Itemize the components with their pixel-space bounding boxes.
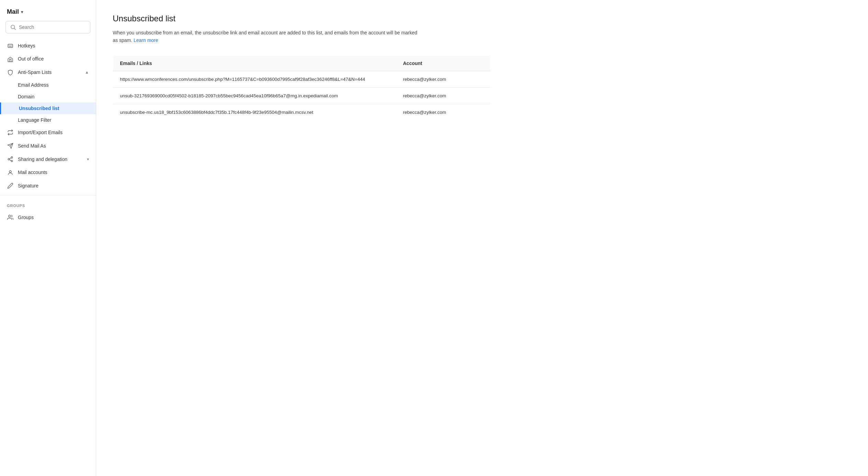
sidebar-item-send-mail-as[interactable]: Send Mail As bbox=[0, 139, 96, 152]
table-cell-account: rebecca@zylker.com bbox=[396, 71, 491, 87]
unsubscribed-list-table: Emails / Links Account https://www.wmcon… bbox=[113, 55, 491, 121]
page-description-text: When you unsubscribe from an email, the … bbox=[113, 30, 417, 43]
sharing-icon bbox=[7, 156, 14, 162]
sidebar-item-mail-accounts[interactable]: Mail accounts bbox=[0, 166, 96, 179]
svg-point-15 bbox=[9, 215, 11, 217]
sidebar-divider bbox=[0, 195, 96, 195]
svg-line-1 bbox=[14, 29, 15, 30]
table-header-row: Emails / Links Account bbox=[113, 55, 491, 71]
table-row: https://www.wmconferences.com/unsubscrib… bbox=[113, 71, 491, 87]
table-row: unsubscribe-mc.us18_9bf153c6063886bf4ddc… bbox=[113, 104, 491, 120]
sidebar-item-out-of-office[interactable]: Out of office bbox=[0, 52, 96, 66]
sharing-expand-icon: ▾ bbox=[87, 157, 89, 162]
table-cell-account: rebecca@zylker.com bbox=[396, 104, 491, 120]
sidebar-item-send-mail-as-label: Send Mail As bbox=[18, 143, 46, 149]
svg-point-0 bbox=[11, 25, 15, 29]
sidebar-item-sharing-delegation-label: Sharing and delegation bbox=[18, 156, 67, 162]
table-body: https://www.wmconferences.com/unsubscrib… bbox=[113, 71, 491, 120]
table-cell-email: unsubscribe-mc.us18_9bf153c6063886bf4ddc… bbox=[113, 104, 396, 120]
anti-spam-expand-icon: ▲ bbox=[85, 70, 89, 75]
table-cell-email: https://www.wmconferences.com/unsubscrib… bbox=[113, 71, 396, 87]
mail-accounts-icon bbox=[7, 169, 14, 176]
svg-point-14 bbox=[9, 171, 11, 173]
sidebar-item-language-filter-label: Language Filter bbox=[18, 117, 51, 123]
sidebar-item-signature-label: Signature bbox=[18, 183, 38, 188]
anti-spam-icon bbox=[7, 69, 14, 76]
out-of-office-icon bbox=[7, 56, 14, 62]
groups-icon bbox=[7, 214, 14, 220]
sidebar-item-mail-accounts-label: Mail accounts bbox=[18, 170, 47, 175]
signature-icon bbox=[7, 183, 14, 189]
sidebar: Mail ▾ Hotkeys bbox=[0, 0, 96, 476]
learn-more-link[interactable]: Learn more bbox=[134, 37, 158, 43]
svg-point-10 bbox=[8, 159, 10, 160]
main-content: Unsubscribed list When you unsubscribe f… bbox=[96, 0, 868, 476]
app-title-chevron: ▾ bbox=[21, 10, 23, 14]
sidebar-item-groups-label: Groups bbox=[18, 215, 34, 220]
sidebar-item-domain[interactable]: Domain bbox=[0, 91, 96, 102]
sidebar-item-unsubscribed-list[interactable]: Unsubscribed list bbox=[0, 102, 96, 114]
sidebar-item-hotkeys-label: Hotkeys bbox=[18, 43, 35, 48]
search-icon bbox=[10, 24, 16, 30]
svg-rect-2 bbox=[8, 44, 13, 48]
sidebar-item-import-export-label: Import/Export Emails bbox=[18, 130, 63, 135]
svg-line-12 bbox=[9, 160, 11, 161]
search-box[interactable] bbox=[5, 21, 90, 33]
page-title: Unsubscribed list bbox=[113, 14, 852, 23]
col-email-header: Emails / Links bbox=[113, 55, 396, 71]
sidebar-item-email-address-label: Email Address bbox=[18, 82, 48, 88]
svg-point-11 bbox=[11, 160, 13, 162]
import-export-icon bbox=[7, 129, 14, 136]
sidebar-item-anti-spam[interactable]: Anti-Spam Lists ▲ bbox=[0, 66, 96, 79]
sidebar-item-signature[interactable]: Signature bbox=[0, 179, 96, 193]
page-description: When you unsubscribe from an email, the … bbox=[113, 29, 422, 44]
sidebar-item-hotkeys[interactable]: Hotkeys bbox=[0, 39, 96, 52]
sidebar-item-out-of-office-label: Out of office bbox=[18, 56, 44, 62]
groups-section-label: GROUPS bbox=[0, 198, 96, 210]
send-mail-as-icon bbox=[7, 142, 14, 149]
sidebar-item-sharing-delegation[interactable]: Sharing and delegation ▾ bbox=[0, 152, 96, 166]
table-cell-account: rebecca@zylker.com bbox=[396, 87, 491, 104]
sidebar-item-email-address[interactable]: Email Address bbox=[0, 79, 96, 91]
sidebar-item-domain-label: Domain bbox=[18, 94, 34, 99]
col-account-header: Account bbox=[396, 55, 491, 71]
table-cell-email: unsub-321769369000cd05f4502-b18185-2097c… bbox=[113, 87, 396, 104]
svg-point-9 bbox=[11, 156, 13, 158]
sidebar-item-unsubscribed-list-label: Unsubscribed list bbox=[19, 106, 59, 111]
app-title[interactable]: Mail ▾ bbox=[0, 6, 96, 21]
sidebar-item-language-filter[interactable]: Language Filter bbox=[0, 114, 96, 126]
sidebar-item-anti-spam-label: Anti-Spam Lists bbox=[18, 69, 52, 75]
hotkeys-icon bbox=[7, 42, 14, 49]
sidebar-item-import-export[interactable]: Import/Export Emails bbox=[0, 126, 96, 139]
app-title-text: Mail bbox=[7, 8, 19, 15]
search-input[interactable] bbox=[19, 24, 86, 30]
table-row: unsub-321769369000cd05f4502-b18185-2097c… bbox=[113, 87, 491, 104]
sidebar-item-groups[interactable]: Groups bbox=[0, 210, 96, 224]
svg-line-13 bbox=[9, 158, 11, 159]
